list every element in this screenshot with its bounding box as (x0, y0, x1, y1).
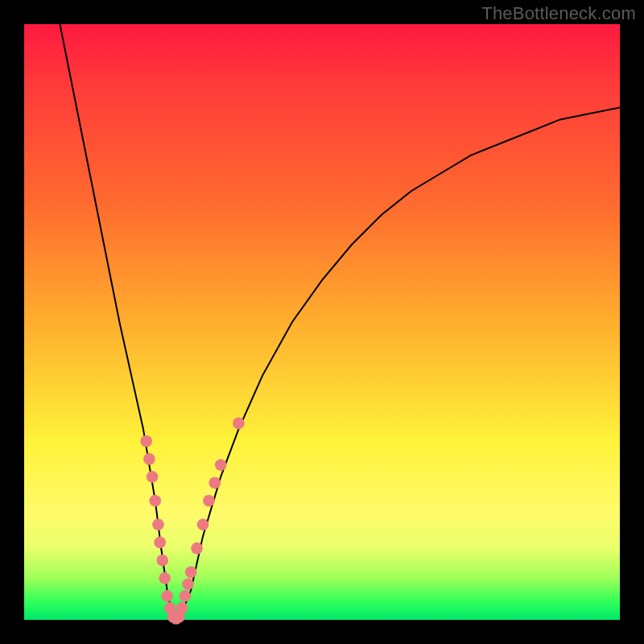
data-marker (161, 590, 173, 602)
data-marker (203, 495, 215, 507)
data-marker (154, 536, 166, 548)
data-marker (233, 417, 245, 429)
plot-area (24, 24, 620, 620)
data-marker (179, 590, 191, 602)
data-marker (185, 566, 197, 578)
data-marker (143, 453, 155, 465)
data-marker (176, 602, 188, 614)
data-marker (197, 518, 209, 530)
watermark-text: TheBottleneck.com (481, 3, 636, 24)
data-marker (156, 555, 168, 567)
bottleneck-curve (60, 24, 620, 620)
data-marker (149, 495, 161, 507)
data-marker (147, 471, 159, 483)
data-marker (191, 543, 203, 555)
data-marker (152, 518, 164, 530)
chart-frame: TheBottleneck.com (0, 0, 644, 644)
data-marker (215, 459, 227, 471)
data-marker (159, 572, 171, 584)
chart-svg (24, 24, 620, 620)
data-marker (208, 477, 221, 489)
data-markers (140, 417, 244, 624)
data-marker (140, 436, 152, 448)
data-marker (182, 578, 194, 590)
